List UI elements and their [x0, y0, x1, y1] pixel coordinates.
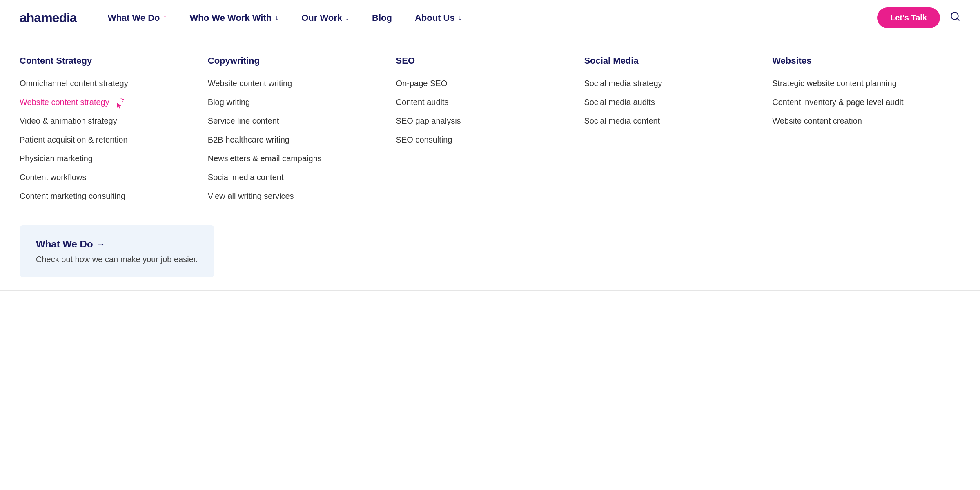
- promo-box-description: Check out how we can make your job easie…: [36, 255, 198, 264]
- link-content-audits[interactable]: Content audits: [396, 98, 449, 107]
- logo-text: ahamedia: [20, 10, 77, 25]
- nav-item-about-us[interactable]: About Us ↓: [403, 0, 473, 36]
- social-media-list: Social media strategy Social media audit…: [584, 78, 759, 127]
- list-item: Website content strategy: [20, 96, 195, 108]
- link-seo-gap-analysis[interactable]: SEO gap analysis: [396, 116, 461, 125]
- menu-col-copywriting: Copywriting Website content writing Blog…: [208, 56, 396, 209]
- list-item: SEO consulting: [396, 134, 571, 145]
- list-item: Service line content: [208, 115, 383, 127]
- nav-item-who-we-work-with[interactable]: Who We Work With ↓: [178, 0, 290, 36]
- link-social-media-content-copy[interactable]: Social media content: [208, 173, 284, 182]
- col-heading-copywriting: Copywriting: [208, 56, 383, 66]
- menu-col-social-media: Social Media Social media strategy Socia…: [584, 56, 772, 209]
- link-service-line-content[interactable]: Service line content: [208, 116, 279, 125]
- list-item: Social media audits: [584, 96, 759, 108]
- header: ahamedia What We Do ↑ Who We Work With ↓…: [0, 0, 980, 36]
- menu-col-seo: SEO On-page SEO Content audits SEO gap a…: [396, 56, 584, 209]
- nav-label-our-work: Our Work: [301, 13, 342, 23]
- link-view-all-writing[interactable]: View all writing services: [208, 192, 294, 200]
- link-b2b-healthcare-writing[interactable]: B2B healthcare writing: [208, 135, 290, 144]
- search-icon: [950, 11, 960, 22]
- link-content-marketing-consulting[interactable]: Content marketing consulting: [20, 192, 125, 200]
- list-item: Newsletters & email campaigns: [208, 153, 383, 164]
- list-item: SEO gap analysis: [396, 115, 571, 127]
- link-website-content-creation[interactable]: Website content creation: [772, 116, 862, 125]
- col-heading-websites: Websites: [772, 56, 947, 66]
- nav-item-our-work[interactable]: Our Work ↓: [290, 0, 361, 36]
- list-item: Website content creation: [772, 115, 947, 127]
- svg-marker-5: [117, 103, 121, 109]
- search-button[interactable]: [950, 11, 960, 24]
- link-omnichannel[interactable]: Omnichannel content strategy: [20, 79, 128, 88]
- content-strategy-list: Omnichannel content strategy Website con…: [20, 78, 195, 202]
- svg-line-3: [122, 99, 124, 100]
- list-item: Website content writing: [208, 78, 383, 89]
- link-video-animation[interactable]: Video & animation strategy: [20, 116, 117, 125]
- nav-label-who-we-work-with: Who We Work With: [190, 13, 272, 23]
- link-content-inventory-page-level-audit[interactable]: Content inventory & page level audit: [772, 98, 903, 107]
- list-item: View all writing services: [208, 190, 383, 202]
- list-item: Social media strategy: [584, 78, 759, 89]
- svg-line-1: [957, 18, 959, 20]
- arrow-down-icon-1: ↓: [275, 13, 278, 22]
- list-item: Content inventory & page level audit: [772, 96, 947, 108]
- promo-box-title: What We Do →: [36, 238, 198, 250]
- link-seo-consulting[interactable]: SEO consulting: [396, 135, 452, 144]
- menu-col-websites: Websites Strategic website content plann…: [772, 56, 960, 209]
- list-item: Omnichannel content strategy: [20, 78, 195, 89]
- link-patient-acquisition[interactable]: Patient acquisition & retention: [20, 135, 128, 144]
- arrow-up-icon: ↑: [163, 13, 167, 22]
- link-physician-marketing[interactable]: Physician marketing: [20, 154, 93, 163]
- link-newsletters-email[interactable]: Newsletters & email campaigns: [208, 154, 322, 163]
- list-item: Patient acquisition & retention: [20, 134, 195, 145]
- logo[interactable]: ahamedia: [20, 10, 77, 25]
- nav-label-what-we-do: What We Do: [108, 13, 160, 23]
- main-nav: What We Do ↑ Who We Work With ↓ Our Work…: [96, 0, 960, 36]
- copywriting-list: Website content writing Blog writing Ser…: [208, 78, 383, 202]
- nav-label-about-us: About Us: [415, 13, 455, 23]
- link-social-media-strategy[interactable]: Social media strategy: [584, 79, 662, 88]
- link-content-workflows[interactable]: Content workflows: [20, 173, 86, 182]
- cursor-icon: [112, 97, 125, 110]
- menu-col-content-strategy: Content Strategy Omnichannel content str…: [20, 56, 208, 209]
- list-item: Content workflows: [20, 172, 195, 183]
- arrow-down-icon-3: ↓: [458, 13, 462, 22]
- list-item: Blog writing: [208, 96, 383, 108]
- promo-box[interactable]: What We Do → Check out how we can make y…: [20, 225, 214, 277]
- svg-line-2: [121, 98, 122, 99]
- nav-item-what-we-do[interactable]: What We Do ↑: [96, 0, 178, 36]
- nav-item-blog[interactable]: Blog: [361, 0, 403, 36]
- dropdown-menu: Content Strategy Omnichannel content str…: [0, 36, 980, 291]
- list-item: B2B healthcare writing: [208, 134, 383, 145]
- link-social-media-content[interactable]: Social media content: [584, 116, 660, 125]
- link-website-content-strategy[interactable]: Website content strategy: [20, 96, 109, 108]
- col-heading-content-strategy: Content Strategy: [20, 56, 195, 66]
- link-strategic-website-content-planning[interactable]: Strategic website content planning: [772, 79, 897, 88]
- col-heading-seo: SEO: [396, 56, 571, 66]
- list-item: Social media content: [208, 172, 383, 183]
- websites-list: Strategic website content planning Conte…: [772, 78, 947, 127]
- link-blog-writing[interactable]: Blog writing: [208, 98, 250, 107]
- lets-talk-button[interactable]: Let's Talk: [877, 7, 940, 28]
- link-social-media-audits[interactable]: Social media audits: [584, 98, 655, 107]
- list-item: Content audits: [396, 96, 571, 108]
- list-item: Video & animation strategy: [20, 115, 195, 127]
- link-on-page-seo[interactable]: On-page SEO: [396, 79, 448, 88]
- list-item: Physician marketing: [20, 153, 195, 164]
- list-item: On-page SEO: [396, 78, 571, 89]
- list-item: Content marketing consulting: [20, 190, 195, 202]
- link-website-content-writing[interactable]: Website content writing: [208, 79, 292, 88]
- list-item: Strategic website content planning: [772, 78, 947, 89]
- col-heading-social-media: Social Media: [584, 56, 759, 66]
- menu-columns: Content Strategy Omnichannel content str…: [20, 56, 960, 209]
- seo-list: On-page SEO Content audits SEO gap analy…: [396, 78, 571, 145]
- nav-label-blog: Blog: [372, 13, 392, 23]
- list-item: Social media content: [584, 115, 759, 127]
- arrow-down-icon-2: ↓: [345, 13, 349, 22]
